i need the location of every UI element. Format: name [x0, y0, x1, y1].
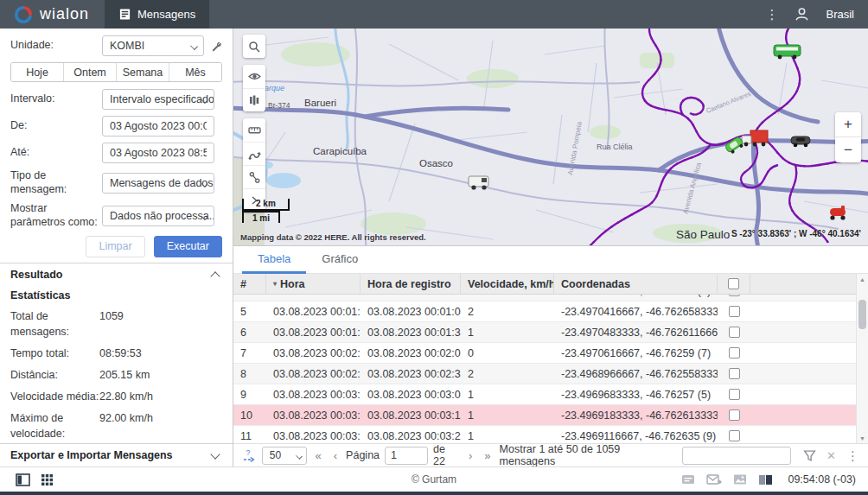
- unit-select[interactable]: KOMBI: [102, 35, 204, 56]
- status-bar: © Gurtam: [0, 466, 868, 492]
- select-all-checkbox[interactable]: [728, 278, 739, 289]
- incoming-messages-button[interactable]: [706, 473, 722, 485]
- map-canvas[interactable]: Parque Br-374 Barueri Carapicuíba Osasco…: [233, 29, 868, 246]
- cell-hora: 03.08.2023 00:01:31: [266, 322, 361, 342]
- cell-spacer: [750, 322, 868, 342]
- top-menu-icon[interactable]: ⋮: [765, 8, 778, 21]
- col-coordenadas[interactable]: Coordenadas: [554, 274, 718, 294]
- tab-mensagens[interactable]: Mensagens: [105, 0, 209, 29]
- cell-coordenadas: -23.4970416667, -46.7626583333 (9): [554, 301, 718, 321]
- result-header[interactable]: Resultado: [10, 263, 222, 286]
- svg-text:Osasco: Osasco: [419, 158, 453, 168]
- from-date-input[interactable]: [102, 116, 214, 136]
- username[interactable]: Brasil: [826, 8, 854, 21]
- cell-hora-registro: 03.08.2023 00:01:03: [361, 301, 461, 321]
- table-row[interactable]: 8 03.08.2023 00:02:31 03.08.2023 00:02:3…: [233, 364, 868, 384]
- row-checkbox[interactable]: [729, 306, 740, 317]
- cell-select: [718, 322, 750, 342]
- first-page-button[interactable]: «: [312, 449, 325, 462]
- col-num[interactable]: #: [233, 274, 266, 294]
- nearest-units-button[interactable]: [243, 165, 265, 188]
- clear-filter-icon[interactable]: ✕: [827, 449, 836, 462]
- col-hora-registro[interactable]: Hora de registro: [361, 274, 461, 294]
- map-tool-controls: [243, 118, 265, 212]
- mail-in-icon: [706, 473, 722, 485]
- tab-tabela[interactable]: Tabela: [242, 246, 306, 273]
- interval-select[interactable]: Intervalo especificado: [102, 89, 214, 110]
- clear-button[interactable]: Limpar: [86, 236, 144, 257]
- layout-panels-button[interactable]: [758, 474, 773, 485]
- table-row[interactable]: 4 03.08.2023 00:00:32 03.08.2023 00:00:3…: [233, 295, 868, 301]
- row-checkbox[interactable]: [729, 368, 740, 379]
- scrollbar-thumb[interactable]: [858, 300, 866, 329]
- range-semana-button[interactable]: Semana: [117, 63, 169, 81]
- scroll-down-icon[interactable]: ▼: [859, 433, 865, 443]
- to-label: Até:: [10, 146, 102, 160]
- user-icon[interactable]: [794, 6, 810, 22]
- range-hoje-button[interactable]: Hoje: [11, 63, 64, 81]
- export-import-title: Exportar e Importar Mensagens: [10, 449, 173, 461]
- visibility-button[interactable]: [243, 65, 265, 88]
- execute-button[interactable]: Executar: [154, 236, 222, 257]
- col-hora[interactable]: ▾ Hora: [266, 274, 361, 294]
- zoom-out-button[interactable]: −: [835, 137, 861, 162]
- cell-hora: 03.08.2023 00:03:11: [266, 405, 361, 425]
- map[interactable]: Parque Br-374 Barueri Carapicuíba Osasco…: [233, 29, 868, 246]
- ruler-button[interactable]: [243, 118, 265, 142]
- page-number-input[interactable]: [385, 447, 428, 465]
- notifications-button[interactable]: [681, 473, 695, 485]
- range-mes-button[interactable]: Mês: [169, 63, 221, 81]
- traffic-icon: [248, 94, 260, 106]
- tab-grafico[interactable]: Gráfico: [306, 246, 373, 273]
- col-velocidade[interactable]: Velocidade, km/h: [461, 274, 554, 294]
- routing-button[interactable]: [243, 142, 265, 165]
- zoom-in-button[interactable]: +: [835, 112, 861, 137]
- scroll-up-icon[interactable]: ▲: [859, 274, 865, 284]
- svg-text:Barueri: Barueri: [304, 98, 336, 108]
- table-row[interactable]: 11 03.08.2023 00:03:20 03.08.2023 00:03:…: [233, 426, 868, 443]
- row-checkbox[interactable]: [729, 295, 740, 296]
- wialon-logo-icon: [14, 5, 33, 24]
- filter-icon[interactable]: [803, 449, 816, 462]
- export-import-header[interactable]: Exportar e Importar Mensagens: [0, 443, 233, 466]
- cell-coordenadas: -23.4969116667, -46.762635 (9): [554, 426, 718, 443]
- traffic-button[interactable]: [243, 88, 265, 111]
- wrench-icon[interactable]: [211, 40, 222, 53]
- cell-coordenadas: -23.4970483333, -46.7626116667 (7): [554, 322, 718, 342]
- table-row[interactable]: 10 03.08.2023 00:03:11 03.08.2023 00:03:…: [233, 405, 868, 426]
- params-select[interactable]: Dados não processa...: [102, 206, 214, 226]
- table-scrollbar[interactable]: ▲ ▼: [856, 274, 868, 443]
- range-ontem-button[interactable]: Ontem: [64, 63, 117, 81]
- page-size-select[interactable]: 50: [262, 447, 307, 465]
- jump-to-message-icon[interactable]: ?: [242, 448, 257, 463]
- message-type-label: Tipo de mensagem:: [10, 169, 102, 196]
- sidebar-toggle-icon: [16, 473, 30, 486]
- cell-spacer: [750, 405, 868, 425]
- row-checkbox[interactable]: [729, 409, 740, 421]
- last-page-button[interactable]: »: [481, 449, 494, 462]
- cell-velocidade: 2: [461, 301, 554, 321]
- filter-input[interactable]: [682, 447, 791, 465]
- prev-page-button[interactable]: ‹: [330, 449, 341, 462]
- message-type-select[interactable]: Mensagens de dados: [102, 173, 214, 194]
- row-checkbox[interactable]: [729, 389, 740, 400]
- table-row[interactable]: 9 03.08.2023 00:03:01 03.08.2023 00:03:0…: [233, 384, 868, 405]
- statistic-row: Total de mensagens: 1059: [10, 308, 222, 340]
- map-search-button[interactable]: [243, 35, 265, 58]
- table-row[interactable]: 6 03.08.2023 00:01:31 03.08.2023 00:01:3…: [233, 322, 868, 343]
- table-row[interactable]: 5 03.08.2023 00:01:02 03.08.2023 00:01:0…: [233, 301, 868, 322]
- row-checkbox[interactable]: [729, 430, 740, 441]
- media-button[interactable]: [733, 473, 747, 485]
- next-page-button[interactable]: ›: [465, 449, 475, 462]
- map-layer-controls: [243, 65, 265, 111]
- row-checkbox[interactable]: [729, 327, 740, 338]
- map-attribution: Mapping data © 2022 HERE. All rights res…: [240, 232, 426, 242]
- table-menu-icon[interactable]: ⋮: [846, 449, 859, 462]
- apps-menu-button[interactable]: [41, 473, 54, 486]
- toggle-left-panel-button[interactable]: [16, 473, 30, 486]
- statistic-value: 1059: [99, 308, 124, 340]
- table-row[interactable]: 7 03.08.2023 00:02:01 03.08.2023 00:02:0…: [233, 343, 868, 364]
- cell-spacer: [750, 384, 868, 404]
- row-checkbox[interactable]: [729, 347, 740, 359]
- to-date-input[interactable]: [102, 143, 214, 163]
